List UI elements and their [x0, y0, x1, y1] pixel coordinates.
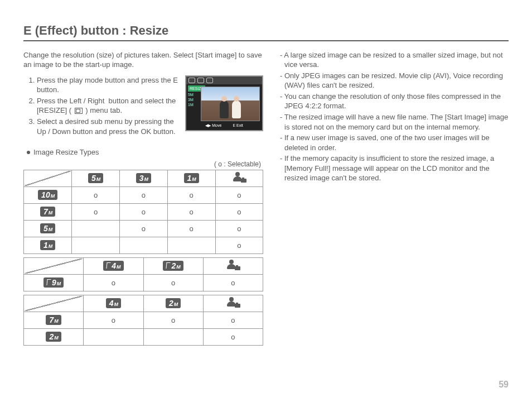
resize-icon — [75, 108, 83, 114]
step-3: Select a desired sub menu by pressing th… — [37, 117, 180, 136]
table-row: 5M o o o — [24, 220, 263, 237]
steps-row: Press the play mode button and press the… — [23, 75, 263, 137]
row-2m: 2M — [24, 328, 84, 345]
diag-cell — [24, 295, 84, 312]
col-5m: 5M — [72, 170, 120, 186]
note-item: - If a new user image is saved, one of t… — [279, 133, 509, 152]
lcd-tab-icon — [188, 78, 195, 83]
lcd-side-options: 5M 3M 1M — [188, 92, 194, 107]
bullet-icon — [27, 151, 30, 154]
row-10m: 10M — [24, 186, 72, 203]
table-row: 10M o o o o — [24, 186, 263, 203]
table-header-row: 5M 3M 1M — [24, 170, 263, 186]
col-1m: 1M — [167, 170, 215, 186]
col-user — [203, 295, 263, 312]
table-row: 1M o — [24, 237, 263, 253]
camera-lcd-preview: RESIZE 5M 3M 1M ◀▶ Move E Exit — [185, 75, 263, 131]
user-image-icon — [233, 172, 245, 182]
lcd-tab-icon — [206, 78, 213, 83]
diag-cell — [24, 257, 84, 274]
manual-page: E (Effect) button : Resize Change the re… — [0, 0, 532, 402]
page-number: 59 — [499, 379, 509, 391]
row-1m: 1M — [24, 237, 72, 253]
note-item: - Only JPEG images can be resized. Movie… — [279, 71, 509, 90]
resize-types-heading: Image Resize Types — [27, 147, 263, 157]
col-user — [203, 257, 263, 274]
table-header-row: 4M 2M — [24, 295, 263, 312]
row-9m-wide: 9M — [24, 274, 84, 291]
user-image-icon — [227, 297, 239, 307]
col-4m: 4M — [84, 295, 143, 312]
step-1: Press the play mode button and press the… — [37, 75, 180, 95]
row-5m: 5M — [24, 220, 72, 237]
lcd-sample-photo — [201, 87, 260, 121]
groom-figure — [220, 100, 229, 118]
instruction-steps: Press the play mode button and press the… — [23, 75, 180, 137]
right-column-notes: - A large sized image can be resized to … — [279, 50, 509, 349]
bride-figure — [232, 100, 241, 118]
note-item: - If the memory capacity is insufficient… — [279, 154, 509, 183]
user-image-icon — [227, 260, 239, 270]
col-4m-wide: 4M — [84, 257, 143, 274]
step-2: Press the Left / Right button and select… — [37, 96, 180, 116]
resize-table-3: 4M 2M 7M o o o 2M o — [23, 295, 263, 346]
note-item: - A large sized image can be resized to … — [279, 50, 509, 70]
intro-text: Change the resolution (size) of pictures… — [23, 50, 263, 70]
note-item: - The resized image will have a new file… — [279, 112, 509, 132]
lcd-top-tabs — [186, 76, 262, 84]
row-7m-alt: 7M — [24, 312, 84, 328]
selectable-legend: ( o : Selectable) — [23, 160, 263, 169]
table-row: 7M o o o — [24, 312, 263, 328]
page-title: E (Effect) button : Resize — [23, 22, 509, 41]
note-item: - You can change the resolution of only … — [279, 92, 509, 111]
diag-cell — [24, 170, 72, 186]
resize-table-2: 4M 2M 9M o o o — [23, 257, 263, 291]
left-column: Change the resolution (size) of pictures… — [23, 50, 263, 349]
lcd-tab-icon — [197, 78, 204, 83]
table-header-row: 4M 2M — [24, 257, 263, 274]
lcd-bottom-hints: ◀▶ Move E Exit — [186, 122, 262, 129]
table-row: 7M o o o o — [24, 203, 263, 220]
col-2m: 2M — [143, 295, 203, 312]
col-3m: 3M — [120, 170, 168, 186]
resize-table-1: 5M 3M 1M 10M o o o o 7M o o o o — [23, 170, 263, 254]
row-7m: 7M — [24, 203, 72, 220]
table-row: 9M o o o — [24, 274, 263, 291]
content-columns: Change the resolution (size) of pictures… — [23, 50, 509, 349]
col-user — [215, 170, 263, 186]
col-2m-wide: 2M — [143, 257, 203, 274]
table-row: 2M o — [24, 328, 263, 345]
